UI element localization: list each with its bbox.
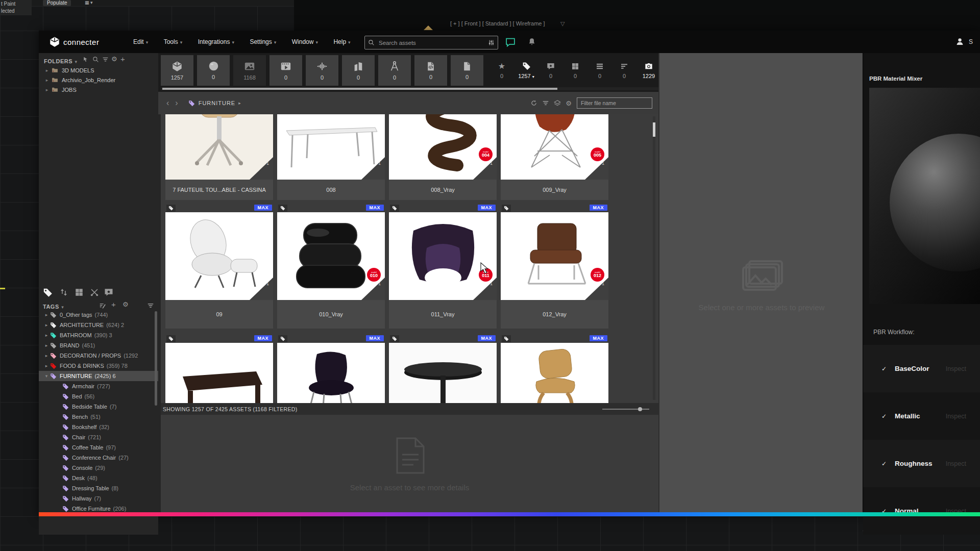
tag-row[interactable]: Conference Chair(27) (39, 453, 158, 463)
folder-item[interactable]: ▸ Archivio_Job_Render (39, 75, 158, 85)
slider-handle[interactable] (638, 407, 642, 411)
view-gear-icon[interactable]: ⚙ (566, 99, 572, 107)
filter-videos[interactable]: 0 (270, 55, 302, 86)
filter-images[interactable]: 1168 (233, 55, 266, 86)
filename-filter-input[interactable] (580, 99, 649, 107)
filter-documents[interactable]: 0 (451, 55, 483, 86)
layers-icon[interactable] (554, 99, 561, 107)
inspect-button[interactable]: Inspect (946, 365, 966, 372)
search-folders-icon[interactable] (92, 56, 99, 63)
user-icon[interactable] (955, 37, 964, 46)
menu-settings[interactable]: Settings▾ (243, 31, 283, 54)
inspect-button[interactable]: Inspect (946, 460, 966, 467)
grid-scrollbar-thumb[interactable] (653, 122, 655, 137)
material-preview[interactable] (869, 88, 980, 304)
asset-card[interactable]: +1 7 FAUTEUIL TOU...ABLE - CASSINA (165, 114, 273, 200)
view-grid[interactable]: 0 (563, 55, 587, 86)
filter-captures[interactable]: 1229 (636, 55, 661, 86)
filter-materials[interactable]: 0 (197, 55, 230, 86)
tag-row[interactable]: Coffee Table(97) (39, 442, 158, 453)
folders-header[interactable]: FOLDERS ▾ (44, 56, 77, 65)
tag-row[interactable]: ▸FOOD & DRINKS(359) 78 (39, 361, 158, 371)
tag-row[interactable]: ▸ARCHITECTURE(624) 2 (39, 320, 158, 330)
grid-scrollbar-track[interactable] (653, 116, 655, 400)
search-box[interactable] (364, 36, 498, 49)
forward-button[interactable]: › (175, 98, 178, 108)
asset-card[interactable]: MAX (501, 335, 608, 403)
filter-comments[interactable]: 0 (538, 55, 563, 86)
pbr-map-row[interactable]: ✓ Roughness Inspect (863, 440, 980, 487)
tag-row[interactable]: Bookshelf(32) (39, 422, 158, 432)
folder-item[interactable]: ▸ JOBS (39, 85, 158, 94)
refresh-icon[interactable] (530, 99, 537, 107)
breadcrumb-sep-icon[interactable]: ▸ (238, 101, 241, 106)
tag-row[interactable]: Armchair(727) (39, 381, 158, 391)
asset-card[interactable]: MAX (277, 335, 385, 403)
tag-row[interactable]: Dressing Table(8) (39, 483, 158, 493)
inspect-button[interactable]: Inspect (946, 413, 966, 420)
tab-comment-icon[interactable] (104, 288, 113, 297)
back-button[interactable]: ‹ (166, 98, 169, 108)
sliders-icon[interactable] (488, 39, 495, 46)
menu-window[interactable]: Window▾ (285, 31, 325, 54)
filter-scenes[interactable]: 0 (342, 55, 375, 86)
tag-row[interactable]: ▸BRAND(451) (39, 340, 158, 350)
view-list[interactable]: 0 (587, 55, 612, 86)
tag-row[interactable]: Desk(48) (39, 473, 158, 483)
filter-favorites[interactable]: ★0 (489, 55, 514, 86)
add-folder-icon[interactable]: + (120, 55, 125, 63)
tag-row[interactable]: Console(29) (39, 463, 158, 473)
tag-row[interactable]: Chair(721) (39, 432, 158, 442)
toolbar-scrollbar-track[interactable] (161, 87, 658, 90)
signin-label[interactable]: S (969, 38, 973, 45)
chat-icon[interactable] (504, 37, 517, 47)
filter-code[interactable]: 0 (414, 55, 447, 86)
asset-card[interactable]: MAX model012 +1 012_Vray (501, 204, 608, 329)
tab-sort-icon[interactable] (59, 288, 68, 297)
tags-filter-icon[interactable] (147, 302, 154, 309)
pbr-map-row[interactable]: ✓ Metallic Inspect (863, 392, 980, 440)
tag-row-selected[interactable]: ▾FURNITURE(2425) 6 (39, 371, 158, 381)
tab-tags-icon[interactable] (43, 288, 53, 297)
check-icon[interactable]: ✓ (881, 460, 887, 467)
populate-button[interactable]: Populate (43, 0, 71, 6)
tag-row[interactable]: ▸DECORATION / PROPS(1292 (39, 350, 158, 361)
search-input[interactable] (378, 39, 485, 46)
tag-row[interactable]: ▸0_Other tags(744) (39, 310, 158, 320)
asset-card[interactable]: model005 +1 009_Vray (501, 114, 608, 200)
asset-card[interactable]: MAX (165, 335, 273, 403)
tags-edit-icon[interactable] (99, 302, 106, 309)
filter-icon[interactable] (542, 99, 549, 107)
bell-icon[interactable] (528, 37, 536, 46)
tag-settings-icon[interactable]: ⚙ (122, 300, 129, 308)
check-icon[interactable]: ✓ (881, 365, 887, 372)
folder-item[interactable]: ▸ 3D MODELS (39, 65, 158, 75)
menu-tools[interactable]: Tools▾ (157, 31, 189, 54)
check-icon[interactable]: ✓ (881, 413, 887, 420)
tag-row[interactable]: Hallway(7) (39, 493, 158, 504)
menu-help[interactable]: Help▾ (327, 31, 357, 54)
pbr-map-row[interactable]: ✓ Normal Inspect (863, 487, 980, 535)
toolbar-scrollbar-thumb[interactable] (162, 88, 557, 90)
asset-card[interactable]: +1 008 (277, 114, 385, 200)
pbr-map-row[interactable]: ✓ BaseColor Inspect (863, 345, 980, 392)
asset-card[interactable]: model004 +1 008_Vray (389, 114, 497, 200)
filter-models[interactable]: 1257 (161, 55, 193, 86)
tags-scrollbar[interactable] (155, 311, 157, 406)
asset-card[interactable]: MAX model010 +1 010_Vray (277, 204, 385, 329)
menu-edit[interactable]: Edit▾ (127, 31, 155, 54)
viewport-label[interactable]: [ + ] [ Front ] [ Standard ] [ Wireframe… (450, 20, 545, 27)
locate-icon[interactable] (82, 56, 89, 63)
asset-card[interactable]: MAX +1 09 (165, 204, 273, 329)
thumb-size-slider[interactable] (602, 407, 649, 412)
tag-row[interactable]: Bedside Table(7) (39, 402, 158, 412)
add-tag-icon[interactable]: + (111, 300, 116, 309)
viewport-funnel-icon[interactable]: ▽ (560, 20, 565, 27)
filter-cad[interactable]: 0 (378, 55, 411, 86)
filter-audio[interactable]: 0 (306, 55, 338, 86)
menu-integrations[interactable]: Integrations▾ (191, 31, 241, 54)
asset-card[interactable]: MAX (389, 335, 497, 403)
view-sort[interactable]: 0 (612, 55, 636, 86)
filter-tagged[interactable]: 1257 ▾ (514, 55, 538, 86)
tab-grid-icon[interactable] (75, 288, 84, 297)
